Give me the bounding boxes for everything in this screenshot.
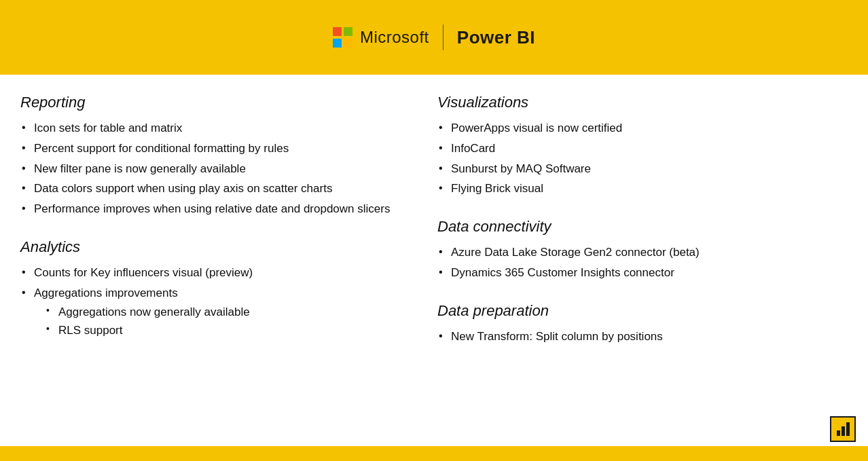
list-item: New Transform: Split column by positions [437,327,841,347]
reporting-section: Reporting Icon sets for table and matrix… [20,94,403,219]
analytics-title: Analytics [20,238,403,256]
sub-list-item: RLS support [34,321,403,340]
right-column: Visualizations PowerApps visual is now c… [431,94,841,432]
microsoft-logo: Microsoft [333,27,429,48]
aggregations-sub-list: Aggregations now generally available RLS… [34,303,403,341]
ms-logo-red [333,27,342,36]
bar-icon-3 [846,422,850,436]
analytics-section: Analytics Counts for Key influencers vis… [20,238,403,342]
visualizations-section: Visualizations PowerApps visual is now c… [437,94,841,199]
visualizations-list: PowerApps visual is now certified InfoCa… [437,118,841,199]
ms-logo-green [344,27,352,36]
list-item: Counts for Key influencers visual (previ… [20,263,403,283]
footer-bar [0,446,868,461]
ms-logo-yellow [344,39,352,48]
header-divider [443,24,444,50]
ms-windows-logo [333,27,353,48]
content-area: Reporting Icon sets for table and matrix… [0,75,868,446]
bar-icon-1 [837,430,840,436]
list-item: Aggregations improvements Aggregations n… [20,283,403,342]
list-item: Sunburst by MAQ Software [437,159,841,179]
header-logo-group: Microsoft Power BI [333,24,535,50]
reporting-list: Icon sets for table and matrix Percent s… [20,118,403,219]
data-connectivity-list: Azure Data Lake Storage Gen2 connector (… [437,242,841,283]
visualizations-title: Visualizations [437,94,841,111]
bar-chart-icon [837,422,850,436]
list-item: New filter pane is now generally availab… [20,159,403,179]
powerbi-icon [830,416,856,442]
data-preparation-list: New Transform: Split column by positions [437,327,841,347]
data-preparation-section: Data preparation New Transform: Split co… [437,302,841,347]
reporting-title: Reporting [20,94,403,111]
list-item: Icon sets for table and matrix [20,118,403,139]
list-item: InfoCard [437,139,841,159]
list-item: Dynamics 365 Customer Insights connector [437,263,841,283]
data-preparation-title: Data preparation [437,302,841,320]
analytics-list: Counts for Key influencers visual (previ… [20,263,403,342]
header-bar: Microsoft Power BI [0,0,868,75]
list-item: Azure Data Lake Storage Gen2 connector (… [437,242,841,263]
slide: Microsoft Power BI Reporting Icon sets f… [0,0,868,461]
list-item: Data colors support when using play axis… [20,179,403,199]
list-item: Flying Brick visual [437,179,841,199]
bar-icon-2 [842,426,845,436]
list-item: Percent support for conditional formatti… [20,139,403,159]
sub-list-item: Aggregations now generally available [34,303,403,322]
list-item: Performance improves when using relative… [20,199,403,219]
microsoft-text: Microsoft [360,28,429,47]
powerbi-text: Power BI [457,27,535,48]
left-column: Reporting Icon sets for table and matrix… [20,94,431,432]
data-connectivity-title: Data connectivity [437,218,841,236]
data-connectivity-section: Data connectivity Azure Data Lake Storag… [437,218,841,283]
list-item: PowerApps visual is now certified [437,118,841,139]
ms-logo-blue [333,39,342,48]
